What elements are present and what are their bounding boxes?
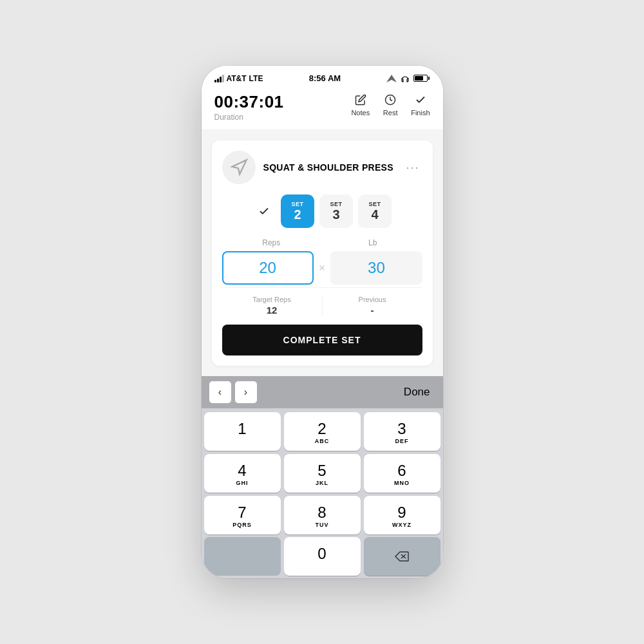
previous-label: Previous — [323, 296, 422, 303]
duration-section: 00:37:01 Duration — [214, 92, 284, 122]
key-7[interactable]: 7 PQRS — [204, 496, 281, 535]
previous-col: Previous - — [323, 296, 422, 316]
bottom-row: 0 — [202, 537, 443, 578]
set-label-4: SET — [368, 201, 381, 207]
key-4[interactable]: 4 GHI — [204, 454, 281, 493]
complete-set-button[interactable]: COMPLETE SET — [222, 325, 422, 355]
key-0[interactable]: 0 — [284, 537, 361, 576]
numpad: 1 2 ABC 3 DEF 4 GHI 5 JKL 6 MNO — [202, 408, 443, 537]
lb-label: Lb — [330, 238, 416, 247]
svg-marker-0 — [386, 75, 397, 82]
sets-row: SET 2 SET 3 SET 4 — [222, 194, 422, 228]
exercise-icon — [230, 158, 248, 176]
key-2[interactable]: 2 ABC — [284, 412, 361, 451]
status-bar: AT&T LTE 8:56 AM — [202, 66, 443, 87]
prev-field-button[interactable]: ‹ — [209, 381, 231, 403]
battery-icon — [413, 75, 430, 82]
nav-buttons: ‹ › — [209, 381, 257, 403]
set-completed-check — [252, 200, 276, 223]
key-3[interactable]: 3 DEF — [364, 412, 440, 451]
multiply-sign: × — [319, 261, 326, 275]
phone-frame: AT&T LTE 8:56 AM 00:37:01 Duration — [202, 66, 443, 578]
previous-value: - — [323, 305, 422, 316]
carrier-label: AT&T — [227, 74, 247, 83]
target-reps-col: Target Reps 12 — [222, 296, 323, 316]
status-right — [386, 75, 430, 82]
set-button-3[interactable]: SET 3 — [319, 194, 353, 228]
status-left: AT&T LTE — [214, 74, 263, 83]
target-reps-label: Target Reps — [222, 296, 322, 303]
notes-icon — [353, 92, 368, 108]
input-row: 20 × 30 — [222, 251, 422, 285]
rest-icon — [383, 92, 398, 108]
exercise-header: SQUAT & SHOULDER PRESS ··· — [222, 151, 422, 184]
keyboard-area: ‹ › Done 1 2 ABC 3 DEF 4 GHI — [202, 376, 443, 578]
location-icon — [386, 75, 397, 82]
status-time: 8:56 AM — [309, 73, 341, 83]
set-number-4: 4 — [371, 207, 378, 222]
reps-input[interactable]: 20 — [222, 251, 314, 285]
notes-label: Notes — [351, 109, 370, 117]
finish-icon — [413, 92, 428, 108]
empty-key-left — [204, 537, 281, 576]
meta-row: Target Reps 12 Previous - — [222, 287, 422, 316]
finish-button[interactable]: Finish — [411, 92, 430, 117]
network-type: LTE — [249, 74, 263, 83]
keyboard-toolbar: ‹ › Done — [202, 376, 443, 408]
set-number-3: 3 — [332, 207, 339, 222]
rest-label: Rest — [383, 109, 398, 117]
done-button[interactable]: Done — [399, 383, 435, 401]
exercise-name: SQUAT & SHOULDER PRESS — [263, 162, 396, 173]
duration-time: 00:37:01 — [214, 92, 284, 112]
set-label-3: SET — [330, 201, 342, 207]
next-field-button[interactable]: › — [235, 381, 257, 403]
key-9[interactable]: 9 WXYZ — [364, 496, 440, 535]
input-labels: Reps Lb — [222, 238, 422, 247]
rest-button[interactable]: Rest — [383, 92, 398, 117]
notes-button[interactable]: Notes — [351, 92, 370, 117]
signal-bars — [214, 75, 224, 82]
set-button-2[interactable]: SET 2 — [281, 194, 314, 228]
exercise-card: SQUAT & SHOULDER PRESS ··· SET 2 SET 3 — [212, 140, 433, 366]
more-options-button[interactable]: ··· — [403, 161, 422, 175]
key-5[interactable]: 5 JKL — [284, 454, 361, 493]
finish-label: Finish — [411, 109, 430, 117]
reps-label: Reps — [229, 238, 315, 247]
headphone-icon — [401, 75, 410, 82]
key-8[interactable]: 8 TUV — [284, 496, 361, 535]
set-label-2: SET — [291, 201, 303, 207]
duration-label: Duration — [214, 113, 284, 122]
exercise-avatar — [222, 151, 256, 184]
key-6[interactable]: 6 MNO — [364, 454, 440, 493]
target-reps-value: 12 — [222, 305, 322, 316]
lb-input[interactable]: 30 — [330, 251, 422, 285]
key-1[interactable]: 1 — [204, 412, 281, 451]
main-content: SQUAT & SHOULDER PRESS ··· SET 2 SET 3 — [202, 130, 443, 376]
reps-value: 20 — [259, 259, 276, 276]
set-number-2: 2 — [294, 207, 301, 222]
header: 00:37:01 Duration Notes — [202, 87, 443, 130]
lb-value: 30 — [368, 259, 385, 276]
set-button-4[interactable]: SET 4 — [358, 194, 392, 228]
delete-button[interactable] — [364, 537, 440, 576]
svg-marker-2 — [232, 160, 246, 174]
delete-icon — [395, 551, 409, 562]
header-actions: Notes Rest Finish — [351, 92, 430, 117]
